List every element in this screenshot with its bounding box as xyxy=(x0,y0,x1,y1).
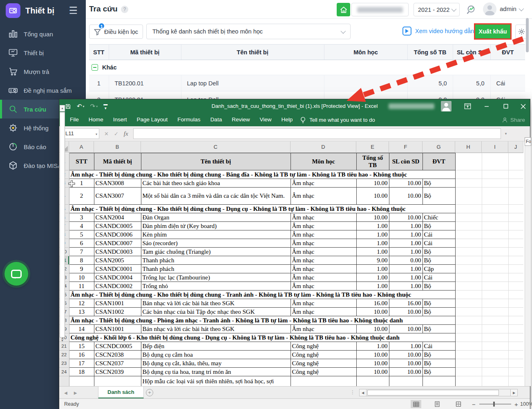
sheet-empty-cell[interactable] xyxy=(482,179,508,188)
sheet-cell[interactable]: Thanh phách xyxy=(141,256,291,265)
insert-function-icon[interactable]: fx xyxy=(124,130,128,137)
sheet-cell[interactable]: Bộ xyxy=(422,179,455,188)
sheet-header-cell[interactable]: ĐVT xyxy=(422,153,455,170)
sheet-empty-cell[interactable] xyxy=(455,359,482,368)
sheet-header-cell[interactable]: STT xyxy=(69,153,94,170)
sheet-cell[interactable]: 6 xyxy=(69,239,94,248)
excel-account-avatar[interactable] xyxy=(441,101,452,112)
sheet-cell[interactable]: 1.00 xyxy=(356,222,389,230)
sheet-empty-cell[interactable] xyxy=(482,205,508,213)
sheet-cell[interactable]: 10.00 xyxy=(389,351,422,359)
sheet-cell[interactable]: 17 xyxy=(69,359,94,368)
sheet-cell[interactable]: Các bản nhạc của bài Tập đọc nhạc theo S… xyxy=(141,308,291,316)
sheet-cell[interactable]: 3 xyxy=(69,213,94,222)
sheet-cell[interactable]: 1.00 xyxy=(389,222,422,230)
minimize-button[interactable] xyxy=(481,99,493,113)
sheet-cell[interactable]: 10.00 xyxy=(356,325,389,333)
sheet-cell[interactable]: 9 xyxy=(69,265,94,273)
sheet-empty-cell[interactable] xyxy=(482,351,508,359)
sheet-cell[interactable]: CSANDC0005 xyxy=(94,222,141,230)
sheet-cell[interactable]: Chiếc xyxy=(422,213,455,222)
sheet-cell[interactable]: CSANDC0001 xyxy=(94,265,141,273)
sheet-cell[interactable]: 1.00 xyxy=(389,273,422,282)
sheet-cell[interactable]: Bộ xyxy=(422,256,455,265)
sheet-cell[interactable]: 10.00 xyxy=(389,308,422,316)
sheet-empty-cell[interactable] xyxy=(508,230,523,239)
confirm-entry-icon[interactable]: ✓ xyxy=(114,131,118,137)
sheet-cell[interactable]: CSAN3008 xyxy=(94,179,141,188)
sheet-empty-cell[interactable] xyxy=(508,153,523,170)
sheet-empty-cell[interactable] xyxy=(482,308,508,316)
sheet-empty-cell[interactable] xyxy=(482,325,508,333)
table-group-row[interactable]: Khác xyxy=(89,60,525,75)
sheet-cell[interactable]: Âm nhạc xyxy=(291,248,356,256)
sheet-empty-cell[interactable] xyxy=(508,188,523,205)
sheet-cell[interactable]: Âm nhạc xyxy=(291,222,356,230)
sheet-empty-cell[interactable] xyxy=(455,368,482,376)
sheet-cell[interactable]: CSAN1002 xyxy=(94,308,141,316)
sheet-cell[interactable] xyxy=(356,376,389,387)
sheet-cell[interactable]: Trống nhỏ xyxy=(141,282,291,291)
sheet-cell[interactable] xyxy=(389,376,422,387)
sheet-cell[interactable]: Công nghệ xyxy=(291,368,356,376)
sheet-cell[interactable]: 16.00 xyxy=(356,299,389,308)
sheet-cell[interactable]: 11 xyxy=(69,282,94,291)
maximize-button[interactable] xyxy=(500,99,512,113)
sheet-cell[interactable]: Cặp xyxy=(422,265,455,273)
ribbon-tab-formulas[interactable]: Formulas xyxy=(172,113,205,126)
sheet-cell[interactable]: Hộp mẫu các loại vải sợi thiên nhiên, sợ… xyxy=(141,376,291,387)
vertical-scrollbar[interactable] xyxy=(525,141,531,386)
sheet-cell[interactable]: 1.00 xyxy=(389,248,422,256)
sheet-cell[interactable]: Bộ xyxy=(422,282,455,291)
sheet-cell[interactable]: Bộ xyxy=(422,299,455,308)
home-button[interactable] xyxy=(337,3,350,16)
sheet-cell[interactable]: 16.00 xyxy=(389,299,422,308)
sheet-empty-cell[interactable] xyxy=(482,222,508,230)
sheet-cell[interactable]: 10 xyxy=(69,273,94,282)
sheet-cell[interactable]: Âm nhạc xyxy=(291,325,356,333)
sheet-cell[interactable]: CSAN1001 xyxy=(94,325,141,333)
sheet-empty-cell[interactable] xyxy=(455,333,482,342)
column-header-J[interactable]: J xyxy=(508,141,523,152)
sheet-group-cell[interactable]: Âm nhạc - Thiết bị dùng chung - Kho thiế… xyxy=(69,291,455,299)
sheet-empty-cell[interactable] xyxy=(508,273,523,282)
sheet-cell[interactable]: 1.00 xyxy=(356,239,389,248)
sheet-empty-cell[interactable] xyxy=(508,179,523,188)
sheet-empty-cell[interactable] xyxy=(455,222,482,230)
sheet-cell[interactable]: Đàn Organ xyxy=(141,213,291,222)
ribbon-tab-view[interactable]: View xyxy=(255,113,276,126)
sheet-cell[interactable]: 13 xyxy=(69,308,94,316)
sheet-empty-cell[interactable] xyxy=(482,265,508,273)
ribbon-tab-insert[interactable]: Insert xyxy=(108,113,132,126)
sheet-empty-cell[interactable] xyxy=(455,351,482,359)
user-avatar[interactable] xyxy=(483,2,496,16)
sheet-empty-cell[interactable] xyxy=(508,248,523,256)
sheet-empty-cell[interactable] xyxy=(508,376,523,387)
sheet-empty-cell[interactable] xyxy=(455,153,482,170)
ribbon-tab-help[interactable]: Help xyxy=(276,113,297,126)
sheet-empty-cell[interactable] xyxy=(455,325,482,333)
zoom-in-button[interactable]: + xyxy=(514,401,518,408)
sheet-cell[interactable]: 1.00 xyxy=(389,282,422,291)
sheet-empty-cell[interactable] xyxy=(482,248,508,256)
sheet-tab-danh-sach[interactable]: Danh sách xyxy=(98,387,144,399)
sheet-cell[interactable]: CSANDC0007 xyxy=(94,239,141,248)
sheet-empty-cell[interactable] xyxy=(482,376,508,387)
sheet-cell[interactable]: CSAN2005 xyxy=(94,256,141,265)
sheet-cell[interactable]: 10.00 xyxy=(356,368,389,376)
sheet-cell[interactable]: 7 xyxy=(69,248,94,256)
sheet-cell[interactable]: 10.00 xyxy=(389,179,422,188)
export-button[interactable]: Xuất khẩu xyxy=(475,25,510,38)
sheet-empty-cell[interactable] xyxy=(455,248,482,256)
sheet-empty-cell[interactable] xyxy=(455,308,482,316)
sheet-empty-cell[interactable] xyxy=(455,256,482,265)
sheet-cell[interactable]: Bếp điện xyxy=(141,342,291,351)
sheet-empty-cell[interactable] xyxy=(455,265,482,273)
sheet-empty-cell[interactable] xyxy=(482,170,508,179)
sheet-header-cell[interactable]: Tên thiết bị xyxy=(141,153,291,170)
sheet-empty-cell[interactable] xyxy=(455,342,482,351)
collapse-group-icon[interactable] xyxy=(92,64,98,71)
sheet-cell[interactable]: 9.00 xyxy=(356,256,389,265)
sheet-cell[interactable]: Đàn phím điện tử (Key board) xyxy=(141,222,291,230)
sheet-cell[interactable]: 1.00 xyxy=(356,342,389,351)
